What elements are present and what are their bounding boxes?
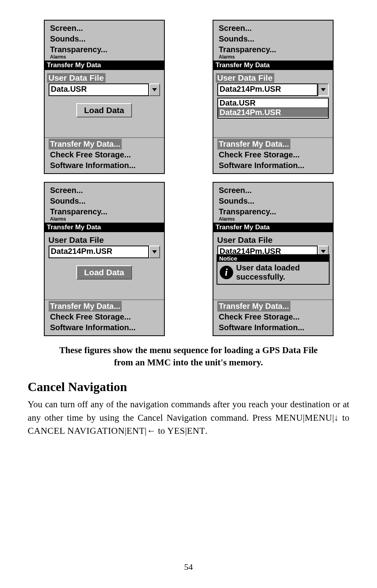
menu-item[interactable]: Software Information... [219, 160, 329, 171]
menu-item-cut: Alarms [50, 217, 160, 221]
chevron-down-icon [152, 88, 157, 91]
arrow-down-icon: ↓ [334, 412, 339, 423]
menu-item-selected[interactable]: Transfer My Data... [217, 301, 291, 312]
menu-item: Transparency... [219, 44, 329, 55]
key-cancel-navigation: CANCEL NAVIGATION [28, 426, 125, 436]
menu-item: Transparency... [50, 206, 160, 217]
notice-title: Notice [217, 255, 329, 262]
body-run: to [339, 413, 349, 423]
screenshot-panel-1: Screen... Sounds... Transparency... Alar… [44, 20, 165, 174]
menu-item-selected[interactable]: Transfer My Data... [49, 139, 122, 149]
menu-item-cut: Alarms [50, 55, 160, 59]
combo-box[interactable]: Data.USR [49, 83, 160, 96]
menu-item: Transparency... [219, 206, 329, 217]
combo-value[interactable]: Data.USR [49, 83, 149, 96]
menu-item: Screen... [219, 185, 329, 196]
key-ent: ENT [126, 426, 145, 436]
field-label: User Data File [49, 235, 160, 245]
dropdown-button[interactable] [149, 83, 160, 96]
screenshot-panel-3: Screen... Sounds... Transparency... Alar… [44, 182, 165, 336]
body-run: to [156, 426, 167, 436]
dialog-title: Transfer My Data [213, 223, 333, 232]
key-yes: YES [167, 426, 185, 436]
menu-item-selected[interactable]: Transfer My Data... [49, 301, 122, 312]
arrow-left-icon: ← [147, 425, 156, 436]
menu-item: Screen... [50, 23, 160, 34]
menu-item: Sounds... [50, 34, 160, 44]
key-menu: MENU [275, 413, 303, 423]
body-run: . [205, 426, 207, 436]
combo-value[interactable]: Data214Pm.USR [49, 246, 149, 258]
dropdown-item-selected[interactable]: Data214Pm.USR [218, 108, 328, 117]
menu-item: Screen... [50, 185, 160, 196]
figure-caption: These figures show the menu sequence for… [32, 344, 345, 369]
menu-item[interactable]: Check Free Storage... [219, 149, 329, 160]
dropdown-button[interactable] [149, 246, 160, 258]
info-icon: i [220, 266, 233, 279]
screenshot-panel-4: Screen... Sounds... Transparency... Alar… [213, 182, 334, 336]
menu-item-cut: Alarms [219, 55, 329, 59]
load-data-button[interactable]: Load Data [76, 265, 132, 280]
menu-item: Sounds... [219, 196, 329, 206]
section-heading: Cancel Navigation [28, 380, 349, 394]
caption-line: These figures show the menu sequence for… [59, 345, 318, 355]
combo-box[interactable]: Data214Pm.USR [217, 83, 329, 96]
body-paragraph: You can turn off any of the navigation c… [28, 398, 349, 438]
menu-item[interactable]: Check Free Storage... [50, 149, 160, 160]
menu-item: Transparency... [50, 44, 160, 55]
menu-item-cut: Alarms [219, 217, 329, 221]
dialog-title: Transfer My Data [45, 61, 164, 70]
chevron-down-icon [321, 250, 326, 253]
page-number: 54 [0, 562, 377, 572]
key-ent: ENT [187, 426, 205, 436]
caption-line: from an MMC into the unit's memory. [114, 357, 263, 367]
dropdown-item[interactable]: Data.USR [218, 98, 328, 108]
menu-item: Sounds... [50, 196, 160, 206]
menu-item: Sounds... [219, 34, 329, 44]
menu-item[interactable]: Check Free Storage... [219, 312, 329, 322]
combo-value[interactable]: Data214Pm.USR [217, 83, 318, 96]
key-menu: MENU [305, 413, 332, 423]
field-label: User Data File [47, 73, 106, 83]
menu-item[interactable]: Software Information... [50, 322, 160, 333]
menu-item[interactable]: Software Information... [50, 160, 160, 171]
screenshot-panel-2: Screen... Sounds... Transparency... Alar… [213, 20, 334, 174]
menu-item: Screen... [219, 23, 329, 34]
menu-item[interactable]: Software Information... [219, 322, 329, 333]
field-label: User Data File [216, 73, 274, 83]
dropdown-list[interactable]: Data.USR Data214Pm.USR [217, 98, 329, 119]
load-data-button[interactable]: Load Data [76, 103, 132, 117]
dialog-title: Transfer My Data [213, 61, 333, 70]
chevron-down-icon [152, 250, 157, 253]
notice-text: User data loaded successfully. [236, 263, 326, 282]
menu-item-selected[interactable]: Transfer My Data... [217, 139, 291, 149]
notice-dialog: Notice i User data loaded successfully. [217, 254, 330, 285]
field-label: User Data File [217, 235, 329, 245]
menu-item[interactable]: Check Free Storage... [50, 312, 160, 322]
dialog-title: Transfer My Data [45, 223, 164, 232]
combo-box[interactable]: Data214Pm.USR [49, 246, 160, 258]
dropdown-button[interactable] [318, 83, 329, 96]
chevron-down-icon [321, 88, 326, 91]
